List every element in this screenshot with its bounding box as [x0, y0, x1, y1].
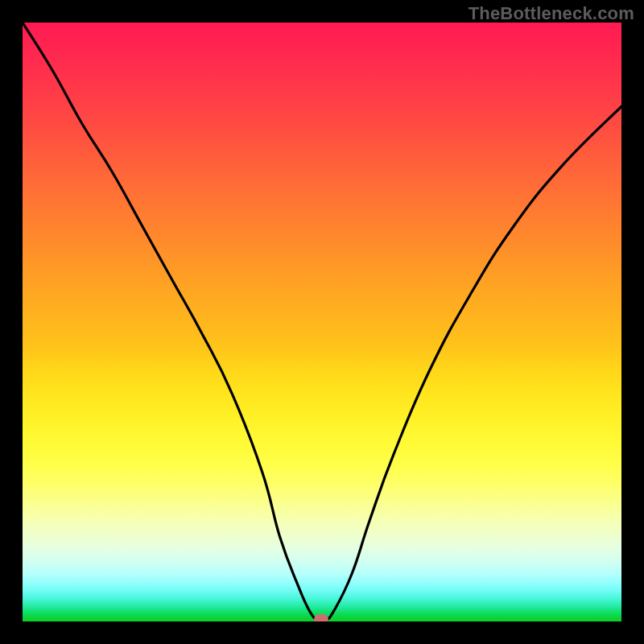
plot-area	[23, 23, 621, 621]
watermark-text: TheBottleneck.com	[469, 3, 634, 24]
bottleneck-curve	[23, 23, 621, 621]
optimum-marker	[314, 614, 328, 621]
chart-frame: TheBottleneck.com	[0, 0, 644, 644]
